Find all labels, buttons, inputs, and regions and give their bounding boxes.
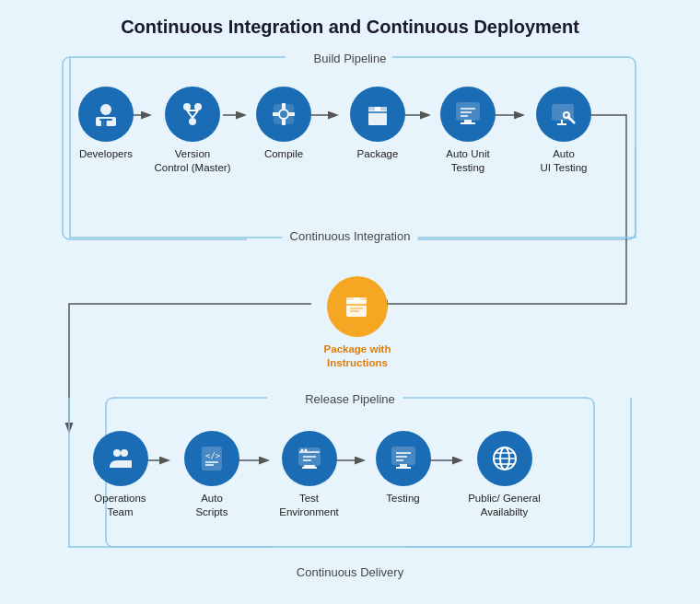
svg-rect-48 <box>354 297 360 302</box>
test-environment-label: TestEnvironment <box>279 492 339 519</box>
package-instructions-label: Package withInstructions <box>324 343 391 370</box>
public-general-icon <box>477 431 532 486</box>
build-pipeline-label: Build Pipeline <box>309 52 392 65</box>
svg-rect-66 <box>392 447 414 464</box>
compile-label: Compile <box>264 147 303 161</box>
svg-rect-27 <box>282 103 286 109</box>
package-instructions-icon <box>327 276 388 337</box>
svg-rect-35 <box>457 103 479 120</box>
testing-label: Testing <box>386 492 419 505</box>
svg-point-61 <box>304 449 307 452</box>
auto-ui-testing-label: AutoUI Testing <box>541 147 588 175</box>
ci-label: Continuous Integration <box>283 229 418 243</box>
developers-label: Developers <box>79 147 133 161</box>
node-compile: Compile <box>247 87 321 161</box>
diagram: Continuous Integration and Continuous De… <box>0 0 700 604</box>
auto-unit-testing-icon <box>440 87 496 142</box>
public-general-label: Public/ GeneralAvailabilty <box>468 492 541 519</box>
svg-rect-30 <box>289 112 295 116</box>
testing-icon <box>376 431 431 486</box>
test-environment-icon <box>282 431 337 486</box>
svg-point-52 <box>113 449 121 457</box>
compile-icon <box>256 87 311 142</box>
node-package: Package <box>341 87 414 161</box>
node-test-environment: TestEnvironment <box>270 431 348 519</box>
node-operations-team: OperationsTeam <box>81 431 159 519</box>
svg-rect-5 <box>273 541 406 556</box>
svg-point-16 <box>100 104 111 115</box>
svg-line-23 <box>192 110 198 118</box>
version-control-label: VersionControl (Master) <box>154 147 230 175</box>
node-auto-scripts: </> AutoScripts <box>175 431 249 519</box>
node-version-control: VersionControl (Master) <box>152 87 233 175</box>
svg-rect-28 <box>282 120 286 125</box>
node-auto-ui-testing: AutoUI Testing <box>527 87 601 175</box>
svg-rect-29 <box>273 112 278 116</box>
node-package-instructions: Package withInstructions <box>316 276 399 370</box>
operations-team-label: OperationsTeam <box>94 492 146 519</box>
release-pipeline-label: Release Pipeline <box>298 392 402 406</box>
auto-scripts-icon: </> <box>184 431 239 486</box>
cd-label: Continuous Delivery <box>289 565 411 579</box>
main-title: Continuous Integration and Continuous De… <box>0 0 700 38</box>
node-auto-unit-testing: Auto UnitTesting <box>431 87 505 175</box>
svg-point-20 <box>194 103 202 110</box>
developers-icon: ▐▌ <box>78 87 134 142</box>
svg-point-19 <box>183 103 191 110</box>
svg-text:▐▌: ▐▌ <box>99 118 109 128</box>
svg-rect-33 <box>375 107 380 111</box>
svg-point-53 <box>121 449 128 457</box>
package-icon <box>350 87 405 142</box>
svg-line-22 <box>187 110 192 118</box>
svg-point-60 <box>300 449 303 452</box>
svg-point-21 <box>189 118 196 125</box>
auto-ui-testing-icon <box>536 87 591 142</box>
package-label: Package <box>357 147 399 161</box>
version-control-icon <box>165 87 220 142</box>
auto-unit-testing-label: Auto UnitTesting <box>446 147 489 175</box>
node-public-general: Public/ GeneralAvailabilty <box>461 431 548 519</box>
svg-text:</>: </> <box>205 451 221 460</box>
node-testing: Testing <box>368 431 438 505</box>
node-developers: ▐▌ Developers <box>69 87 143 161</box>
auto-scripts-label: AutoScripts <box>195 492 228 519</box>
operations-team-icon <box>93 431 148 486</box>
